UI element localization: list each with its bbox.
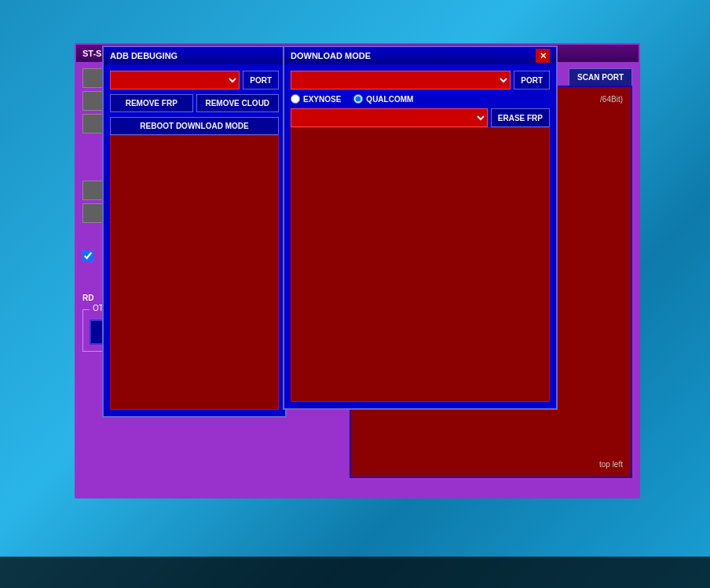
reboot-download-mode-button[interactable]: REBOOT DOWNLOAD MODE bbox=[110, 117, 279, 135]
top-left-label: top left bbox=[599, 460, 623, 469]
dl-erase-select[interactable] bbox=[291, 108, 488, 127]
download-dialog-close-button[interactable]: ✕ bbox=[536, 49, 550, 63]
qualcomm-radio-label: QUALCOMM bbox=[353, 94, 413, 104]
download-dialog-titlebar: DOWNLOAD MODE ✕ bbox=[284, 47, 556, 64]
exynose-label: EXYNOSE bbox=[303, 95, 341, 104]
dl-port-row: PORT bbox=[291, 71, 550, 89]
adb-dialog: ADB DEBUGING PORT REMOVE FRP REMOVE CLOU… bbox=[102, 46, 287, 418]
dl-erase-row: ERASE FRP bbox=[291, 108, 550, 127]
download-dialog-body: PORT EXYNOSE QUALCOMM ERASE FRP bbox=[284, 64, 556, 408]
erase-frp-button[interactable]: ERASE FRP bbox=[491, 108, 550, 127]
exynose-radio-label: EXYNOSE bbox=[291, 94, 341, 104]
scan-port-button[interactable]: SCAN PORT bbox=[569, 68, 632, 86]
adb-port-button[interactable]: PORT bbox=[243, 71, 279, 89]
checkbox-area bbox=[82, 250, 93, 261]
qualcomm-radio[interactable] bbox=[353, 94, 363, 104]
rd-label: RD bbox=[82, 294, 93, 302]
adb-dialog-titlebar: ADB DEBUGING bbox=[104, 47, 285, 64]
remove-frp-button[interactable]: REMOVE FRP bbox=[110, 94, 193, 112]
rd-checkbox[interactable] bbox=[82, 250, 93, 261]
download-dialog: DOWNLOAD MODE ✕ PORT EXYNOSE QUALCOMM bbox=[283, 46, 558, 410]
taskbar bbox=[0, 557, 710, 588]
qualcomm-label: QUALCOMM bbox=[366, 95, 413, 104]
exynose-radio[interactable] bbox=[291, 94, 300, 104]
dl-radio-row: EXYNOSE QUALCOMM bbox=[291, 94, 550, 104]
dl-port-select[interactable] bbox=[291, 71, 511, 89]
dl-content-area bbox=[291, 127, 550, 402]
adb-dialog-body: PORT REMOVE FRP REMOVE CLOUD REBOOT DOWN… bbox=[104, 64, 285, 416]
desktop: ST-SamFRP V1.0 OPEN USB CHECK D ENABLE E… bbox=[0, 0, 710, 588]
dl-port-button[interactable]: PORT bbox=[514, 71, 550, 89]
adb-port-row: PORT bbox=[110, 71, 279, 89]
bit64-label: /64Bit) bbox=[600, 95, 623, 104]
adb-remove-row: REMOVE FRP REMOVE CLOUD bbox=[110, 94, 279, 112]
remove-cloud-button[interactable]: REMOVE CLOUD bbox=[196, 94, 280, 112]
download-dialog-title-text: DOWNLOAD MODE bbox=[291, 51, 371, 60]
adb-content-area bbox=[110, 135, 279, 410]
adb-dialog-title-text: ADB DEBUGING bbox=[110, 51, 178, 60]
adb-port-select[interactable] bbox=[110, 71, 240, 89]
